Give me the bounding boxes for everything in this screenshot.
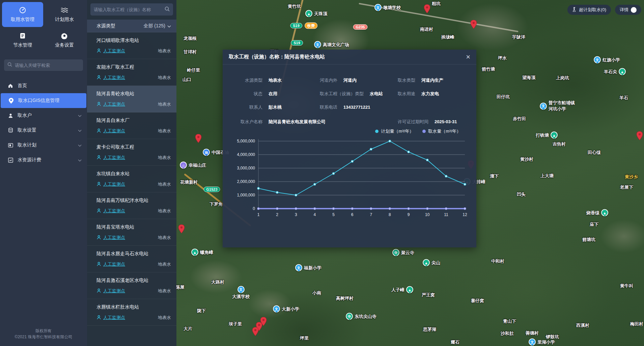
data-point <box>370 208 372 210</box>
sidebar-item-取水计划[interactable]: 取水计划 <box>0 138 87 153</box>
temple-icon: 寺 <box>392 249 399 256</box>
over-plan-intake-button[interactable]: 超计划取水(0) <box>567 5 611 15</box>
legend-item-取水量（m³/年）[interactable]: 取水量（m³/年） <box>422 128 461 134</box>
red-map-pin[interactable] <box>424 4 430 15</box>
app-tile-业务设置[interactable]: 业务设置 <box>44 28 85 53</box>
water-type-label: 地表水 <box>158 181 171 187</box>
map-poi-里湖小学[interactable]: 文里湖小学 <box>529 339 555 346</box>
close-icon[interactable]: × <box>466 53 470 61</box>
map-poi-人子嶂[interactable]: 人子嶂▲ <box>391 286 413 293</box>
station-search-input[interactable] <box>94 7 162 12</box>
map-poi-福新小学[interactable]: 文福新小学 <box>295 264 321 271</box>
monitor-link[interactable]: 人工监测点 <box>96 315 125 321</box>
station-list-item[interactable]: 东坑镇自来水站人工监测点地表水 <box>87 166 176 192</box>
map-poi-幸福山庄[interactable]: ⌂幸福山庄 <box>180 162 206 169</box>
map-poi-大新小学[interactable]: 文大新小学 <box>273 305 299 313</box>
map-label-黄竹坑: 黄竹坑 <box>288 4 301 9</box>
red-map-pin[interactable] <box>637 131 643 142</box>
sidebar-item-取水设置[interactable]: 取水设置 <box>0 123 87 138</box>
monitor-link[interactable]: 人工监测点 <box>96 181 125 187</box>
map-poi-聚云寺[interactable]: 寺聚云寺 <box>392 249 414 256</box>
dialog-field-row: 状态在用取水工程（设施）类型水电站取水用途水力发电 <box>229 91 470 98</box>
sidebar-item-水资源计费[interactable]: 水资源计费 <box>0 153 87 167</box>
field-label: 取水类型 <box>398 77 415 83</box>
map-poi-红旗小学[interactable]: 文红旗小学 <box>594 56 620 63</box>
dialog-field-row: 水源类型地表水河道内外河道内取水类型河道内生产 <box>229 77 470 84</box>
sidebar-item-取水户[interactable]: 取水户 <box>0 108 87 123</box>
red-map-pin[interactable] <box>471 20 477 30</box>
doc-icon <box>19 32 26 39</box>
station-list-item[interactable]: 陆河县激石溪老区水电站人工监测点地表水 <box>87 272 176 299</box>
mountain-icon: ▲ <box>551 132 558 139</box>
person-icon <box>96 315 101 321</box>
monitor-link[interactable]: 人工监测点 <box>96 261 125 267</box>
map-poi-烧香缐[interactable]: 烧香缐▲ <box>586 209 608 216</box>
field-取水用途: 取水用途水力发电 <box>398 91 439 97</box>
station-list-item[interactable]: 麦卡公司取水工程人工监测点地表水 <box>87 139 176 166</box>
monitor-link[interactable]: 人工监测点 <box>96 155 125 161</box>
monitor-link[interactable]: 人工监测点 <box>96 75 125 81</box>
red-map-pin[interactable] <box>178 224 185 235</box>
data-point <box>426 159 428 161</box>
map-poi-墩塘学校[interactable]: 文墩塘学校 <box>374 4 401 11</box>
field-label: 联系人 <box>229 104 262 110</box>
monitor-link[interactable]: 人工监测点 <box>96 101 125 107</box>
y-tick-label: 1,000,000 <box>237 193 255 197</box>
app-tile-计划用水[interactable]: 计划用水 <box>44 2 85 27</box>
station-list-item[interactable]: 陆河县青砼水电站人工监测点地表水 <box>87 86 176 112</box>
monitor-link[interactable]: 人工监测点 <box>96 48 125 54</box>
station-search[interactable] <box>90 3 173 16</box>
station-name: 东坑镇自来水站 <box>96 171 171 177</box>
red-map-pin[interactable] <box>195 134 202 144</box>
sidebar-search-input[interactable] <box>15 63 80 68</box>
map-label-挨垅峰: 挨垅峰 <box>441 34 454 39</box>
monitor-link[interactable]: 人工监测点 <box>96 288 125 294</box>
station-detail-dialog: 取水工程（设施）名称：陆河县青砼水电站 × 水源类型地表水河道内外河道内取水类型… <box>223 50 476 247</box>
map-label-龙颈根: 龙颈根 <box>184 36 197 41</box>
map-poi-羊石尖[interactable]: 羊石尖▲ <box>604 68 626 75</box>
field-状态: 状态在用 <box>229 91 277 97</box>
map-poi-普宁市船埔镇河坑小学[interactable]: 文普宁市船埔镇河坑小学 <box>540 100 575 112</box>
station-list-item[interactable]: 陆河县南万镇杞洋水电站人工监测点地表水 <box>87 192 176 219</box>
map-poi-打铁塘[interactable]: 打铁塘▲ <box>536 132 558 139</box>
monitor-link[interactable]: 人工监测点 <box>96 208 125 214</box>
red-map-pin[interactable] <box>260 317 267 327</box>
x-tick-label: 10 <box>425 212 430 217</box>
station-list-item[interactable]: 水唇镇水栏肚水电站人工监测点地表水 <box>87 299 176 326</box>
legend-item-计划量（m³/年）[interactable]: 计划量（m³/年） <box>375 128 414 134</box>
field-label: 取水户名称 <box>229 119 262 125</box>
map-poi-高塘文化广场[interactable]: 文高塘文化广场 <box>314 41 349 48</box>
map-label-甘垾村: 甘垾村 <box>184 49 197 54</box>
mountain-icon: ▲ <box>619 68 626 75</box>
map-poi-天珠顶[interactable]: ▲天珠顶 <box>305 10 327 17</box>
sidebar-item-取水口GIS信息管理[interactable]: 取水口GIS信息管理 <box>1 93 86 108</box>
station-list-item[interactable]: 河口镇唱歌潭水电站人工监测点地表水 <box>87 32 176 59</box>
map-poi-尖山[interactable]: ▲尖山 <box>423 259 440 266</box>
monitor-link[interactable]: 人工监测点 <box>96 235 125 241</box>
sidebar-item-首页[interactable]: 首页 <box>0 78 87 93</box>
map-label-下罗角: 下罗角 <box>209 202 223 207</box>
sidebar-search[interactable] <box>4 59 83 71</box>
field-value: 陆河县青砼水电发展有限公司 <box>269 119 326 125</box>
map-poi-螺角嶂[interactable]: ▲螺角嶂 <box>191 249 213 256</box>
station-list-item[interactable]: 陆河县自来水厂人工监测点地表水 <box>87 112 176 139</box>
map-poi-东坑尖山寺[interactable]: 寺东坑尖山寺 <box>346 313 376 320</box>
map-poi-大溪学校[interactable]: 文大溪学校 <box>232 286 250 300</box>
water-source-filter[interactable]: 水源类型 全部 (125) <box>87 20 176 32</box>
detail-toggle[interactable]: 详情 <box>615 5 641 15</box>
water-type-label: 地表水 <box>158 101 171 107</box>
search-icon[interactable] <box>165 6 170 13</box>
app-tile-取用水管理[interactable]: 取用水管理 <box>2 2 43 27</box>
app-tile-节水管理[interactable]: 节水管理 <box>2 28 43 53</box>
waves-icon <box>60 6 68 14</box>
station-meta-row: 人工监测点地表水 <box>96 315 171 321</box>
flask-icon <box>572 7 577 13</box>
map-label-老屋下: 老屋下 <box>620 185 633 190</box>
station-list-item[interactable]: 陆河县宝塔水电站人工监测点地表水 <box>87 219 176 246</box>
red-map-pin[interactable] <box>252 327 259 338</box>
station-list-item[interactable]: 友能水厂取水工程人工监测点地表水 <box>87 59 176 86</box>
monitor-link[interactable]: 人工监测点 <box>96 128 125 134</box>
station-list-item[interactable]: 陆河县水唇走马石水电站人工监测点地表水 <box>87 246 176 272</box>
copyright-line2: ©2021 珠海市仁智科技有限公司 <box>0 334 87 340</box>
map-label-溜下: 溜下 <box>490 174 499 179</box>
